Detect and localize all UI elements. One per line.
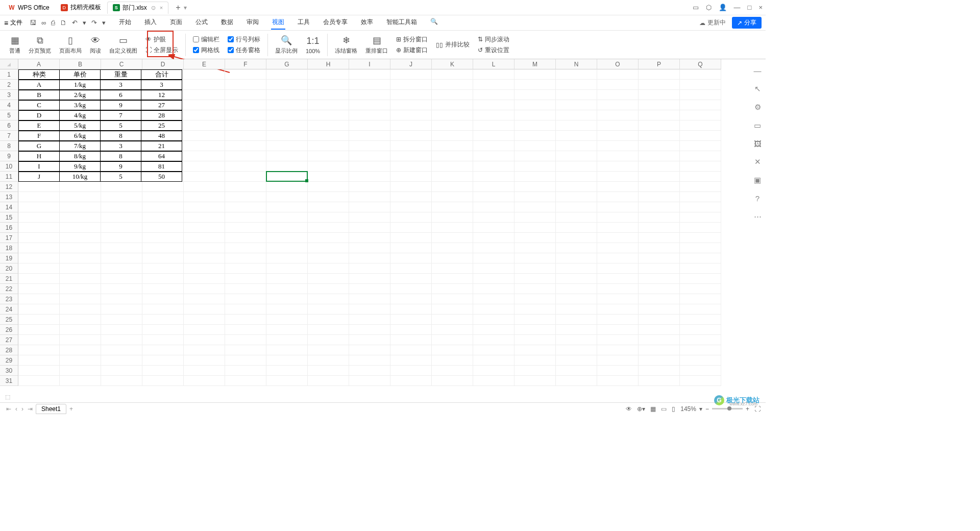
cell[interactable] xyxy=(556,294,597,304)
cell[interactable] xyxy=(266,192,308,202)
fullscreen-toggle[interactable]: ⛶全屏显示 xyxy=(145,46,178,55)
column-header[interactable]: L xyxy=(473,59,514,69)
cell[interactable] xyxy=(349,315,390,325)
tab-wps-home[interactable]: W WPS Office xyxy=(3,2,55,14)
row-header[interactable]: 12 xyxy=(0,182,18,192)
cell[interactable] xyxy=(349,243,390,253)
cell[interactable] xyxy=(680,110,721,120)
cell[interactable] xyxy=(308,172,349,182)
cell[interactable] xyxy=(142,325,184,335)
cell[interactable] xyxy=(142,223,184,233)
update-status[interactable]: ☁ 更新中 xyxy=(699,18,726,27)
cell[interactable] xyxy=(308,315,349,325)
table-cell[interactable]: 25 xyxy=(141,120,182,131)
sheet-add-button[interactable]: + xyxy=(68,405,74,413)
split-window[interactable]: ⊞拆分窗口 xyxy=(396,35,428,44)
user-avatar-icon[interactable]: 👤 xyxy=(719,4,727,11)
cell[interactable] xyxy=(225,335,266,345)
cell[interactable] xyxy=(432,202,473,212)
cell[interactable] xyxy=(473,233,514,243)
cell[interactable] xyxy=(473,294,514,304)
cell[interactable] xyxy=(266,345,308,355)
cell[interactable] xyxy=(266,182,308,192)
maximize-button[interactable]: □ xyxy=(748,4,752,11)
cell[interactable] xyxy=(18,223,60,233)
cell[interactable] xyxy=(597,345,639,355)
cell[interactable] xyxy=(308,110,349,120)
cell[interactable] xyxy=(597,253,639,263)
cell[interactable] xyxy=(390,90,432,100)
table-cell[interactable]: 8/kg xyxy=(59,151,101,161)
cell[interactable] xyxy=(142,345,184,355)
cell[interactable] xyxy=(101,304,142,315)
row-header[interactable]: 7 xyxy=(0,131,18,141)
cell[interactable] xyxy=(639,182,680,192)
cell[interactable] xyxy=(18,294,60,304)
cell[interactable] xyxy=(184,182,225,192)
cell[interactable] xyxy=(390,274,432,284)
cell[interactable] xyxy=(101,233,142,243)
table-cell[interactable]: 5 xyxy=(100,172,141,182)
cell[interactable] xyxy=(639,335,680,345)
cell[interactable] xyxy=(432,110,473,120)
cell[interactable] xyxy=(349,172,390,182)
cell[interactable] xyxy=(556,304,597,315)
row-header[interactable]: 26 xyxy=(0,325,18,335)
table-cell[interactable]: 3 xyxy=(100,141,141,151)
cell[interactable] xyxy=(597,172,639,182)
cell[interactable] xyxy=(432,366,473,376)
cell[interactable] xyxy=(184,161,225,172)
column-header[interactable]: I xyxy=(349,59,390,69)
cell[interactable] xyxy=(349,110,390,120)
cell[interactable] xyxy=(680,253,721,263)
cell[interactable] xyxy=(225,212,266,223)
table-cell[interactable]: 12 xyxy=(141,90,182,100)
cell[interactable] xyxy=(225,151,266,161)
table-cell[interactable]: 27 xyxy=(141,100,182,110)
cell[interactable] xyxy=(308,376,349,386)
cell[interactable] xyxy=(266,141,308,151)
row-header[interactable]: 18 xyxy=(0,243,18,253)
cell[interactable] xyxy=(18,253,60,263)
cell[interactable] xyxy=(514,284,556,294)
cell[interactable] xyxy=(514,355,556,366)
menu-start[interactable]: 开始 xyxy=(118,16,132,30)
cell[interactable] xyxy=(184,69,225,80)
cell[interactable] xyxy=(349,182,390,192)
cell[interactable] xyxy=(349,69,390,80)
menu-view[interactable]: 视图 xyxy=(271,16,285,30)
cell[interactable] xyxy=(308,325,349,335)
cell[interactable] xyxy=(556,315,597,325)
cell[interactable] xyxy=(60,223,101,233)
table-cell[interactable]: 50 xyxy=(141,172,182,182)
cell[interactable] xyxy=(101,253,142,263)
cell[interactable] xyxy=(473,355,514,366)
cell[interactable] xyxy=(639,172,680,182)
zoom-slider[interactable] xyxy=(712,408,743,409)
cell[interactable] xyxy=(680,263,721,274)
column-header[interactable]: N xyxy=(556,59,597,69)
cell[interactable] xyxy=(556,69,597,80)
cell[interactable] xyxy=(680,161,721,172)
view-page-layout[interactable]: ▯页面布局 xyxy=(56,35,85,55)
cell[interactable] xyxy=(60,345,101,355)
cell[interactable] xyxy=(597,100,639,110)
cell[interactable] xyxy=(18,315,60,325)
cell[interactable] xyxy=(680,376,721,386)
cell[interactable] xyxy=(680,202,721,212)
cell[interactable] xyxy=(680,345,721,355)
cell[interactable] xyxy=(390,345,432,355)
cell[interactable] xyxy=(266,294,308,304)
cell[interactable] xyxy=(514,366,556,376)
cell[interactable] xyxy=(432,151,473,161)
column-header[interactable]: P xyxy=(639,59,680,69)
menu-tools[interactable]: 工具 xyxy=(297,16,311,30)
cell[interactable] xyxy=(266,315,308,325)
table-cell[interactable]: 5 xyxy=(100,120,141,131)
view-page-preview[interactable]: ⧉分页预览 xyxy=(26,35,54,55)
row-header[interactable]: 23 xyxy=(0,294,18,304)
cell[interactable] xyxy=(225,110,266,120)
cell[interactable] xyxy=(184,151,225,161)
cell[interactable] xyxy=(514,243,556,253)
cell[interactable] xyxy=(639,274,680,284)
